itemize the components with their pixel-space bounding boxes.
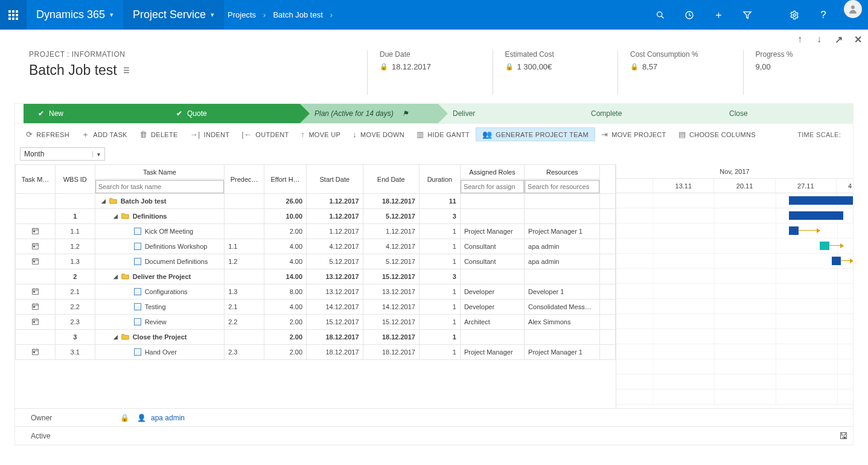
cell-end[interactable]: 18.12.2017: [363, 330, 419, 345]
popout-icon[interactable]: ↗: [832, 33, 845, 46]
cell-duration[interactable]: 1: [419, 315, 460, 330]
gantt-bar[interactable]: [820, 242, 829, 250]
cell-pred[interactable]: [225, 224, 264, 239]
cell-roles[interactable]: [460, 194, 524, 209]
collapse-icon[interactable]: ◢: [113, 274, 118, 280]
cell-name[interactable]: ◢Definitions: [95, 209, 225, 224]
gantt-bar[interactable]: [789, 211, 843, 220]
cell-start[interactable]: 1.12.2017: [307, 209, 363, 224]
close-icon[interactable]: ✕: [851, 33, 864, 46]
table-row[interactable]: 1.1Kick Off Meeting2.001.12.20171.12.201…: [16, 224, 616, 239]
stage-complete[interactable]: Complete: [576, 104, 715, 123]
cell-duration[interactable]: 3: [419, 269, 460, 284]
table-row[interactable]: 1◢Definitions10.001.12.20175.12.20173: [16, 209, 616, 224]
app-launcher[interactable]: [0, 0, 27, 30]
stage-plan[interactable]: Plan (Active for 14 days)⚑: [300, 104, 438, 123]
cell-end[interactable]: 13.12.2017: [363, 284, 419, 300]
cell-resources[interactable]: Developer 1: [525, 284, 600, 300]
cell-roles[interactable]: [460, 330, 524, 345]
cell-effort[interactable]: 10.00: [264, 209, 307, 224]
cell-resources[interactable]: Alex Simmons: [525, 315, 600, 330]
collapse-icon[interactable]: ◢: [113, 213, 118, 219]
owner-link[interactable]: 👤 apa admin: [137, 414, 185, 422]
cell-end[interactable]: 18.12.2017: [363, 345, 419, 360]
cell-roles[interactable]: Consultant: [460, 254, 524, 269]
cell-resources[interactable]: Consolidated Mess…: [525, 300, 600, 315]
indent-button[interactable]: →|INDENT: [184, 127, 236, 141]
cell-start[interactable]: 1.12.2017: [307, 224, 363, 239]
table-row[interactable]: ◢Batch Job test26.001.12.201718.12.20171…: [16, 194, 616, 209]
cell-pred[interactable]: [225, 194, 264, 209]
cell-effort[interactable]: 2.00: [264, 345, 307, 360]
cell-pred[interactable]: [225, 269, 264, 284]
help-icon[interactable]: ?: [809, 0, 838, 30]
cell-duration[interactable]: 1: [419, 239, 460, 254]
cell-roles[interactable]: Consultant: [460, 239, 524, 254]
table-row[interactable]: 2◢Deliver the Project14.0013.12.201715.1…: [16, 269, 616, 284]
cell-effort[interactable]: 2.00: [264, 330, 307, 345]
add-task-button[interactable]: ＋ADD TASK: [75, 127, 133, 143]
col-wbs[interactable]: WBS ID: [55, 165, 95, 194]
table-row[interactable]: 3◢Close the Project2.0018.12.201718.12.2…: [16, 330, 616, 345]
brand-menu[interactable]: Dynamics 365 ▾: [27, 0, 123, 30]
cell-end[interactable]: 4.12.2017: [363, 239, 419, 254]
cell-pred[interactable]: [225, 330, 264, 345]
table-row[interactable]: 2.3Review2.22.0015.12.201715.12.20171Arc…: [16, 315, 616, 330]
user-avatar[interactable]: [844, 0, 862, 18]
save-icon[interactable]: 🖫: [839, 431, 848, 441]
choose-columns-button[interactable]: ▤CHOOSE COLUMNS: [672, 127, 762, 141]
col-task-name[interactable]: Task Name: [95, 165, 225, 179]
cell-resources[interactable]: [525, 209, 600, 224]
cell-name[interactable]: Kick Off Meeting: [95, 224, 225, 239]
cell-start[interactable]: 1.12.2017: [307, 194, 363, 209]
cell-effort[interactable]: 26.00: [264, 194, 307, 209]
cell-end[interactable]: 18.12.2017: [363, 194, 419, 209]
cell-start[interactable]: 4.12.2017: [307, 239, 363, 254]
cell-resources[interactable]: Project Manager 1: [525, 345, 600, 360]
cell-name[interactable]: ◢Close the Project: [95, 330, 225, 345]
cell-pred[interactable]: 1.2: [225, 254, 264, 269]
cell-start[interactable]: 14.12.2017: [307, 300, 363, 315]
search-task-name[interactable]: [95, 180, 225, 193]
cell-effort[interactable]: 2.00: [264, 224, 307, 239]
cell-pred[interactable]: 2.2: [225, 315, 264, 330]
table-row[interactable]: 1.2Definitions Workshop1.14.004.12.20174…: [16, 239, 616, 254]
generate-team-button[interactable]: 👥GENERATE PROJECT TEAM: [476, 127, 595, 141]
col-start[interactable]: Start Date: [307, 165, 363, 194]
add-icon[interactable]: ＋: [704, 0, 733, 30]
cell-duration[interactable]: 1: [419, 300, 460, 315]
cell-start[interactable]: 15.12.2017: [307, 315, 363, 330]
cell-duration[interactable]: 11: [419, 194, 460, 209]
gear-icon[interactable]: [780, 0, 809, 30]
form-selector-icon[interactable]: ☰: [123, 66, 130, 75]
time-scale-select[interactable]: Month ▾: [20, 147, 105, 161]
cell-start[interactable]: 13.12.2017: [307, 269, 363, 284]
stage-quote[interactable]: ✔Quote: [162, 104, 300, 123]
cell-resources[interactable]: [525, 330, 600, 345]
gantt-bar[interactable]: [789, 226, 799, 235]
stage-new[interactable]: ✔New: [24, 104, 162, 123]
cell-name[interactable]: Review: [95, 315, 225, 330]
breadcrumb-item[interactable]: Projects: [228, 10, 256, 19]
cell-end[interactable]: 1.12.2017: [363, 224, 419, 239]
cell-resources[interactable]: [525, 194, 600, 209]
cell-end[interactable]: 15.12.2017: [363, 269, 419, 284]
cell-roles[interactable]: Developer: [460, 300, 524, 315]
table-row[interactable]: 2.2Testing2.14.0014.12.201714.12.20171De…: [16, 300, 616, 315]
cell-pred[interactable]: 2.3: [225, 345, 264, 360]
cell-effort[interactable]: 2.00: [264, 315, 307, 330]
cell-effort[interactable]: 4.00: [264, 300, 307, 315]
search-icon[interactable]: [646, 0, 675, 30]
cell-name[interactable]: Testing: [95, 300, 225, 315]
col-duration[interactable]: Duration: [419, 165, 460, 194]
filter-icon[interactable]: [733, 0, 762, 30]
cell-resources[interactable]: [525, 269, 600, 284]
cell-start[interactable]: 13.12.2017: [307, 284, 363, 300]
col-roles[interactable]: Assigned Roles: [460, 165, 524, 179]
cell-duration[interactable]: 1: [419, 345, 460, 360]
cell-roles[interactable]: Project Manager: [460, 224, 524, 239]
cell-pred[interactable]: 2.1: [225, 300, 264, 315]
cell-name[interactable]: Configurations: [95, 284, 225, 300]
stage-close[interactable]: Close: [715, 104, 853, 123]
table-row[interactable]: 2.1Configurations1.38.0013.12.201713.12.…: [16, 284, 616, 300]
